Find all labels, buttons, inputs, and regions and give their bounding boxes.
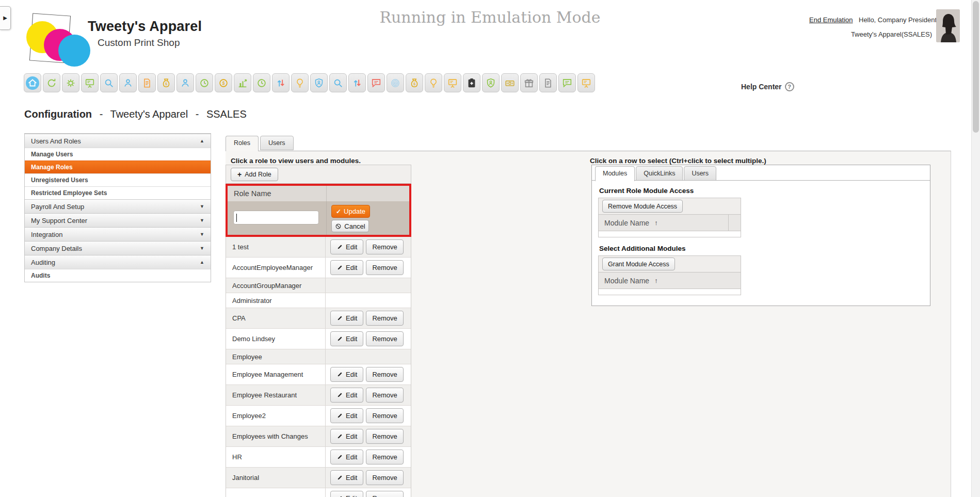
- role-name-column-header[interactable]: Role Name: [228, 186, 327, 201]
- gift-icon[interactable]: [520, 73, 538, 92]
- analytics-review-icon[interactable]: [577, 73, 595, 92]
- sidebar-section-company-details[interactable]: Company Details ▼: [25, 241, 211, 255]
- table-row[interactable]: Demo Lindsey Edit Remove: [226, 329, 411, 349]
- main-tabstrip: RolesUsers: [226, 136, 951, 151]
- table-row[interactable]: 1 test Edit Remove: [226, 237, 411, 258]
- sidebar-section-integration[interactable]: Integration ▼: [25, 227, 211, 241]
- table-row[interactable]: Employee2 Edit Remove: [226, 406, 411, 426]
- edit-button[interactable]: Edit: [330, 450, 363, 464]
- remove-button[interactable]: Remove: [366, 470, 403, 485]
- tab-quicklinks[interactable]: QuickLinks: [636, 166, 683, 181]
- empty-table-body: [599, 231, 741, 237]
- remove-module-access-button[interactable]: Remove Module Access: [602, 200, 683, 213]
- table-row[interactable]: AccountGroupManager Edit Remove: [226, 278, 411, 293]
- table-row[interactable]: Employees with Changes Edit Remove: [226, 426, 411, 447]
- end-emulation-link[interactable]: End Emulation: [809, 16, 853, 24]
- settings-person-icon[interactable]: [62, 73, 79, 92]
- remove-button[interactable]: Remove: [366, 491, 403, 497]
- team-presentation-icon[interactable]: [444, 73, 461, 92]
- sidebar-section-users-and-roles[interactable]: Users And Roles ▲: [25, 134, 211, 148]
- tab-modules-users[interactable]: Users: [684, 166, 716, 181]
- account-name: Tweety's Apparel(SSALES): [815, 30, 932, 38]
- edit-button[interactable]: Edit: [330, 311, 363, 326]
- edit-button[interactable]: Edit: [330, 239, 363, 254]
- add-role-button[interactable]: + Add Role: [231, 168, 278, 181]
- update-button[interactable]: ✓ Update: [331, 205, 370, 218]
- edit-button[interactable]: Edit: [330, 470, 363, 485]
- fingerprint-icon[interactable]: [387, 73, 404, 92]
- team-chat-icon[interactable]: [558, 73, 576, 92]
- payment-cash-icon[interactable]: [501, 73, 519, 92]
- scheduling-icon[interactable]: [253, 73, 270, 92]
- tab-roles[interactable]: Roles: [226, 136, 259, 151]
- user-avatar[interactable]: [936, 9, 960, 42]
- edit-button[interactable]: Edit: [330, 408, 363, 423]
- table-row[interactable]: Employee Management Edit Remove: [226, 364, 411, 385]
- page-scrollbar[interactable]: [971, 0, 980, 497]
- edit-button[interactable]: Edit: [330, 331, 363, 346]
- employee-rotation-icon[interactable]: [43, 73, 60, 92]
- sidebar-section-payroll-and-setup[interactable]: Payroll And Setup ▼: [25, 199, 211, 213]
- help-center[interactable]: Help Center ?: [741, 82, 794, 91]
- edit-button[interactable]: Edit: [330, 388, 363, 403]
- remove-button[interactable]: Remove: [366, 408, 403, 423]
- security-shield-icon[interactable]: [310, 73, 328, 92]
- sidebar-item-manage-users[interactable]: Manage Users: [25, 148, 211, 161]
- module-name-header[interactable]: Module Name ↑: [599, 272, 741, 289]
- sidebar-section-my-support-center[interactable]: My Support Center ▼: [25, 213, 211, 227]
- table-row[interactable]: Employee Edit Remove: [226, 349, 411, 364]
- remove-button[interactable]: Remove: [366, 331, 403, 346]
- add-person-icon[interactable]: [176, 73, 194, 92]
- remove-button[interactable]: Remove: [366, 367, 403, 382]
- sidebar-item-restricted-employee-sets[interactable]: Restricted Employee Sets: [25, 186, 211, 199]
- cancel-button[interactable]: Cancel: [331, 220, 369, 232]
- remove-button[interactable]: Remove: [366, 388, 403, 403]
- receipt-icon[interactable]: [539, 73, 557, 92]
- tab-modules[interactable]: Modules: [595, 166, 635, 181]
- scrollbar-thumb[interactable]: [973, 1, 979, 133]
- module-name-header[interactable]: Module Name ↑: [599, 215, 741, 231]
- table-row[interactable]: Administrator Edit Remove: [226, 293, 411, 308]
- remove-button[interactable]: Remove: [366, 311, 403, 326]
- insight-bulb-icon[interactable]: [425, 73, 442, 92]
- medical-clipboard-icon[interactable]: [463, 73, 480, 92]
- remove-button[interactable]: Remove: [366, 429, 403, 444]
- payroll-money-bag-icon[interactable]: [157, 73, 175, 92]
- sidebar-section-auditing[interactable]: Auditing ▲: [25, 255, 211, 269]
- contract-edit-icon[interactable]: [138, 73, 156, 92]
- table-row[interactable]: Employee Restaurant Edit Remove: [226, 385, 411, 406]
- table-row[interactable]: HR Edit Remove: [226, 447, 411, 468]
- sidebar-item-manage-roles[interactable]: Manage Roles: [25, 161, 211, 173]
- promotion-arrows-icon[interactable]: [272, 73, 290, 92]
- remove-button[interactable]: Remove: [366, 239, 403, 254]
- roles-content: Click a role to view users and modules. …: [226, 151, 951, 497]
- time-team-icon[interactable]: [196, 73, 213, 92]
- applicant-review-search-icon[interactable]: [100, 73, 118, 92]
- idea-person-icon[interactable]: [291, 73, 309, 92]
- role-name-input[interactable]: [233, 211, 319, 225]
- transfer-arrows-icon[interactable]: [348, 73, 366, 92]
- edit-button[interactable]: Edit: [330, 260, 363, 275]
- money-bag-icon[interactable]: [406, 73, 423, 92]
- table-row[interactable]: Edit Remove: [226, 488, 411, 497]
- compensation-team-icon[interactable]: [215, 73, 232, 92]
- feedback-tools-icon[interactable]: [367, 73, 385, 92]
- benefits-shield-icon[interactable]: [482, 73, 500, 92]
- sidebar-item-unregistered-users[interactable]: Unregistered Users: [25, 173, 211, 186]
- tab-users[interactable]: Users: [260, 136, 294, 150]
- table-row[interactable]: Janitorial Edit Remove: [226, 468, 411, 488]
- remove-button[interactable]: Remove: [366, 260, 403, 275]
- table-row[interactable]: AccountEmployeeManager Edit Remove: [226, 258, 411, 278]
- training-presentation-icon[interactable]: [81, 73, 99, 92]
- edit-button[interactable]: Edit: [330, 491, 363, 497]
- table-row[interactable]: CPA Edit Remove: [226, 308, 411, 329]
- grant-module-access-button[interactable]: Grant Module Access: [602, 258, 675, 270]
- home-icon[interactable]: [24, 73, 41, 92]
- org-chart-icon[interactable]: [119, 73, 137, 92]
- remove-button[interactable]: Remove: [366, 450, 403, 464]
- edit-button[interactable]: Edit: [330, 367, 363, 382]
- sidebar-item-audits[interactable]: Audits: [25, 269, 211, 282]
- edit-button[interactable]: Edit: [330, 429, 363, 444]
- growth-chart-icon[interactable]: [234, 73, 251, 92]
- employee-search-icon[interactable]: [329, 73, 347, 92]
